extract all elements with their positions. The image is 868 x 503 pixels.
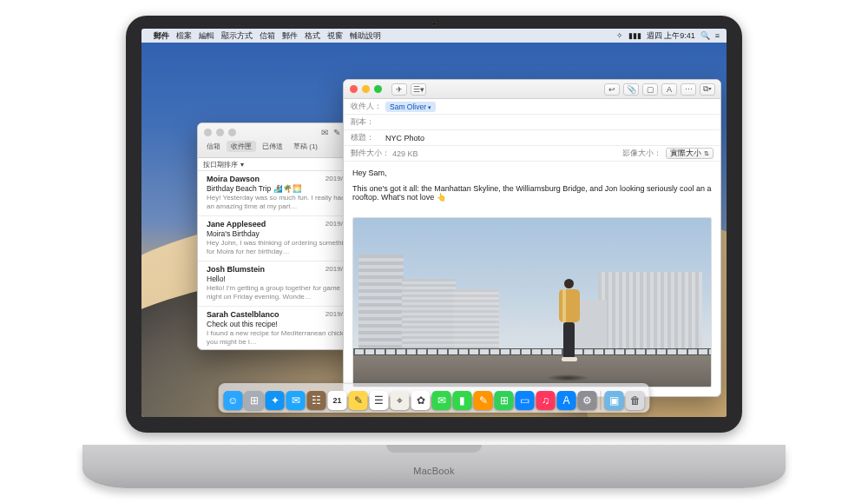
dock-trash[interactable]: 🗑	[626, 391, 645, 410]
dock-notes[interactable]: ✎	[349, 391, 368, 410]
msg-subject: Check out this recipe!	[207, 320, 352, 328]
image-size-label: 影像大小：	[622, 148, 661, 159]
msg-subject: Moira's Birthday	[207, 229, 352, 238]
window-controls[interactable]	[198, 124, 242, 141]
image-size-select[interactable]: 實際大小 ⇅	[666, 148, 713, 159]
dock-finder[interactable]: ☺	[224, 391, 243, 410]
mail-viewer-toolbar: ✉︎✎↧ 信箱收件匣已傳送草稿 (1)	[198, 123, 358, 158]
menubar: 郵件檔案編輯顯示方式信箱郵件格式視窗輔助說明 ✧ ▮▮▮ 週四 上午9:41 🔍…	[141, 29, 727, 43]
msg-preview: Hey John, I was thinking of ordering som…	[207, 239, 352, 256]
to-label: 收件人：	[351, 101, 385, 112]
spotlight-icon[interactable]: 🔍	[700, 31, 710, 40]
compose-toolbar-button[interactable]: A	[661, 83, 677, 96]
sort-header[interactable]: 按日期排序 ▾	[198, 158, 358, 171]
compose-toolbar-button[interactable]: 📎	[623, 83, 639, 96]
compose-toolbar-button[interactable]: ↩︎	[604, 83, 620, 96]
menu-郵件[interactable]: 郵件	[154, 31, 169, 40]
msg-preview: I found a new recipe for Mediterranean c…	[207, 329, 352, 347]
dock-messages[interactable]: ✉	[432, 391, 451, 410]
attach-size-label: 郵件大小：	[351, 148, 390, 159]
menu-編輯[interactable]: 編輯	[199, 31, 214, 40]
dock-appstore[interactable]: A	[557, 391, 576, 410]
dock-preferences[interactable]: ⚙	[578, 391, 597, 410]
sort-label: 按日期排序	[203, 160, 238, 169]
mailbox-tab[interactable]: 草稿 (1)	[289, 141, 322, 152]
minimize-button	[216, 129, 224, 136]
header-fields-button[interactable]: ☰▾	[411, 83, 426, 96]
mailbox-tab[interactable]: 信箱	[202, 141, 225, 152]
to-field-row[interactable]: 收件人： Sam Oliver▾	[344, 99, 720, 115]
dock-mail[interactable]: ✉︎	[286, 391, 306, 410]
close-button	[204, 129, 212, 136]
dock-contacts[interactable]: ☷	[307, 391, 326, 410]
dock-photos[interactable]: ✿	[411, 391, 431, 410]
message-row[interactable]: Jane Appleseed2019/3/6Moira's BirthdayHe…	[198, 216, 358, 261]
updown-icon: ⇅	[704, 150, 709, 157]
dock-launchpad[interactable]: ⊞	[245, 391, 264, 410]
dock-itunes[interactable]: ♫	[536, 391, 556, 410]
screen: 郵件檔案編輯顯示方式信箱郵件格式視窗輔助說明 ✧ ▮▮▮ 週四 上午9:41 🔍…	[141, 29, 727, 417]
laptop-base: MacBook	[82, 445, 786, 488]
message-row[interactable]: Josh Blumstein2019/3/6Hello!Hello! I'm g…	[198, 261, 358, 307]
battery-icon[interactable]: ▮▮▮	[628, 31, 641, 40]
dock-keynote[interactable]: ▭	[516, 391, 535, 410]
dock-folder[interactable]: ▣	[605, 391, 624, 410]
dock-pages[interactable]: ✎	[474, 391, 493, 410]
msg-subject: Birthday Beach Trip 🏄‍♀️🌴🌅	[207, 184, 352, 193]
attach-size-value: 429 KB	[392, 149, 418, 158]
laptop-frame: 郵件檔案編輯顯示方式信箱郵件格式視窗輔助說明 ✧ ▮▮▮ 週四 上午9:41 🔍…	[82, 16, 786, 488]
dock: ☺⊞✦✉︎☷21✎☰⌖✿✉▮✎⊞▭♫A⚙▣🗑	[219, 383, 650, 413]
menu-信箱[interactable]: 信箱	[260, 31, 275, 40]
subject-field-row[interactable]: 標題： NYC Photo	[344, 130, 720, 146]
dock-facetime[interactable]: ▮	[453, 391, 472, 410]
attached-photo[interactable]	[352, 217, 712, 387]
subject-value: NYC Photo	[385, 134, 424, 142]
wifi-icon[interactable]: ✧	[616, 31, 623, 40]
body-text: This one's got it all: the Manhattan Sky…	[352, 184, 712, 202]
menu-輔助說明[interactable]: 輔助說明	[350, 31, 381, 40]
message-row[interactable]: Moira Dawson2019/3/6Birthday Beach Trip …	[198, 171, 358, 216]
window-controls[interactable]	[344, 81, 388, 97]
dock-reminders[interactable]: ☰	[370, 391, 389, 410]
zoom-button	[228, 129, 236, 136]
menu-顯示方式[interactable]: 顯示方式	[221, 31, 253, 40]
close-button	[350, 85, 358, 93]
mailbox-tab[interactable]: 已傳送	[258, 141, 287, 152]
menu-格式[interactable]: 格式	[305, 31, 320, 40]
menu-視窗[interactable]: 視窗	[327, 31, 343, 40]
toolbar-icon[interactable]: ✎	[333, 128, 340, 137]
cc-field-row[interactable]: 副本：	[344, 115, 720, 130]
minimize-button	[362, 85, 370, 93]
compose-body[interactable]: Hey Sam, This one's got it all: the Manh…	[344, 162, 720, 215]
dock-safari[interactable]: ✦	[266, 391, 285, 410]
compose-toolbar-button[interactable]: ▢	[642, 83, 658, 96]
msg-preview: Hey! Yesterday was so much fun. I really…	[207, 194, 352, 211]
menu-郵件[interactable]: 郵件	[282, 31, 298, 40]
attachment-size-bar: 郵件大小： 429 KB 影像大小： 實際大小 ⇅	[344, 146, 720, 162]
cc-label: 副本：	[351, 116, 385, 128]
recipient-token[interactable]: Sam Oliver▾	[385, 102, 436, 112]
screen-bezel: 郵件檔案編輯顯示方式信箱郵件格式視窗輔助說明 ✧ ▮▮▮ 週四 上午9:41 🔍…	[126, 16, 742, 433]
dock-calendar[interactable]: 21	[328, 391, 347, 410]
msg-subject: Hello!	[207, 275, 352, 283]
dock-numbers[interactable]: ⊞	[495, 391, 514, 410]
compose-toolbar-button[interactable]: ⋯	[681, 83, 696, 96]
compose-window: ✈︎ ☰▾ ↩︎📎▢A⋯⧉▾ 收件人： Sam Oliver▾ 副本： 標題：	[343, 79, 721, 397]
camera-dot	[432, 22, 437, 26]
toolbar-icon[interactable]: ✉︎	[321, 128, 328, 137]
msg-preview: Hello! I'm getting a group together for …	[207, 284, 352, 301]
body-greeting: Hey Sam,	[352, 169, 712, 177]
clock[interactable]: 週四 上午9:41	[647, 30, 695, 42]
compose-toolbar-button[interactable]: ⧉▾	[700, 83, 715, 96]
menu-檔案[interactable]: 檔案	[176, 31, 192, 40]
message-list: Moira Dawson2019/3/6Birthday Beach Trip …	[198, 171, 358, 350]
send-button[interactable]: ✈︎	[391, 83, 407, 96]
zoom-button	[374, 85, 382, 93]
dock-maps[interactable]: ⌖	[391, 391, 410, 410]
compose-toolbar: ✈︎ ☰▾ ↩︎📎▢A⋯⧉▾	[344, 80, 720, 99]
notifications-icon[interactable]: ≡	[715, 31, 720, 40]
subject-label: 標題：	[351, 132, 385, 143]
mailbox-tab[interactable]: 收件匣	[227, 141, 256, 152]
chevron-down-icon: ▾	[240, 161, 244, 169]
message-row[interactable]: Sarah Castelblanco2019/3/6Check out this…	[198, 307, 358, 350]
